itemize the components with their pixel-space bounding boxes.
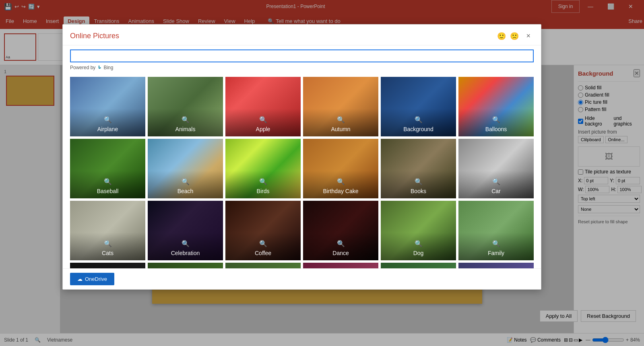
tile-autumn[interactable]: 🔍Autumn bbox=[303, 77, 378, 136]
search-icon: 🔍 bbox=[259, 116, 267, 124]
tile-row3c[interactable] bbox=[225, 263, 301, 268]
search-icon: 🔍 bbox=[182, 178, 190, 185]
dialog-content: 🔍Airplane🔍Animals🔍Apple🔍Autumn🔍Backgroun… bbox=[63, 74, 541, 268]
bing-icon: Bing bbox=[97, 65, 113, 70]
search-icon: 🔍 bbox=[182, 116, 190, 124]
search-icon: 🔍 bbox=[415, 240, 423, 247]
dialog-header: Online Pictures 🙂 🙁 × bbox=[63, 25, 541, 45]
search-icon: 🔍 bbox=[337, 116, 345, 124]
tile-cats[interactable]: 🔍Cats bbox=[70, 201, 145, 260]
search-icon: 🔍 bbox=[492, 178, 500, 185]
tile-row3b[interactable] bbox=[148, 263, 223, 268]
tile-birthday-cake[interactable]: 🔍Birthday Cake bbox=[303, 139, 378, 198]
search-icon: 🔍 bbox=[492, 116, 500, 124]
dialog-overlay: Online Pictures 🙂 🙁 × Powered by Bing 🔍A… bbox=[0, 0, 644, 346]
search-icon: 🔍 bbox=[259, 178, 267, 185]
image-grid: 🔍Airplane🔍Animals🔍Apple🔍Autumn🔍Backgroun… bbox=[70, 74, 534, 268]
search-icon: 🔍 bbox=[337, 178, 345, 185]
tile-celebration[interactable]: 🔍Celebration bbox=[148, 201, 223, 260]
dialog-search-area: Powered by Bing bbox=[63, 45, 541, 74]
tile-background[interactable]: 🔍Background bbox=[381, 77, 456, 136]
tile-row3f[interactable] bbox=[458, 263, 534, 268]
tile-row3a[interactable] bbox=[70, 263, 145, 268]
search-icon: 🔍 bbox=[415, 178, 423, 185]
dialog-close-button[interactable]: × bbox=[523, 30, 534, 42]
tile-car[interactable]: 🔍Car bbox=[458, 139, 534, 198]
dialog-footer: ☁ OneDrive bbox=[63, 268, 541, 289]
tile-apple[interactable]: 🔍Apple bbox=[225, 77, 301, 136]
search-input[interactable] bbox=[70, 49, 534, 62]
tile-books[interactable]: 🔍Books bbox=[381, 139, 456, 198]
dialog-header-right: 🙂 🙁 × bbox=[497, 30, 534, 42]
tile-beach[interactable]: 🔍Beach bbox=[148, 139, 223, 198]
online-pictures-dialog: Online Pictures 🙂 🙁 × Powered by Bing 🔍A… bbox=[62, 24, 541, 290]
search-icon: 🔍 bbox=[259, 240, 267, 247]
tile-birds[interactable]: 🔍Birds bbox=[225, 139, 301, 198]
tile-animals[interactable]: 🔍Animals bbox=[148, 77, 223, 136]
thumbs-down-icon[interactable]: 🙁 bbox=[510, 32, 519, 41]
onedrive-button[interactable]: ☁ OneDrive bbox=[70, 273, 114, 285]
powered-by: Powered by Bing bbox=[70, 65, 534, 70]
search-icon: 🔍 bbox=[492, 240, 500, 247]
tile-row3d[interactable] bbox=[303, 263, 378, 268]
thumbs-up-icon[interactable]: 🙂 bbox=[497, 32, 506, 41]
search-icon: 🔍 bbox=[182, 240, 190, 247]
search-icon: 🔍 bbox=[104, 116, 112, 124]
tile-balloons[interactable]: 🔍Balloons bbox=[458, 77, 534, 136]
search-icon: 🔍 bbox=[337, 240, 345, 247]
tile-dog[interactable]: 🔍Dog bbox=[381, 201, 456, 260]
dialog-title: Online Pictures bbox=[70, 32, 119, 40]
tile-coffee[interactable]: 🔍Coffee bbox=[225, 201, 301, 260]
tile-family[interactable]: 🔍Family bbox=[458, 201, 534, 260]
tile-dance[interactable]: 🔍Dance bbox=[303, 201, 378, 260]
tile-airplane[interactable]: 🔍Airplane bbox=[70, 77, 145, 136]
search-icon: 🔍 bbox=[415, 116, 423, 124]
tile-baseball[interactable]: 🔍Baseball bbox=[70, 139, 145, 198]
tile-row3e[interactable] bbox=[381, 263, 456, 268]
search-icon: 🔍 bbox=[104, 178, 112, 185]
search-icon: 🔍 bbox=[104, 240, 112, 247]
